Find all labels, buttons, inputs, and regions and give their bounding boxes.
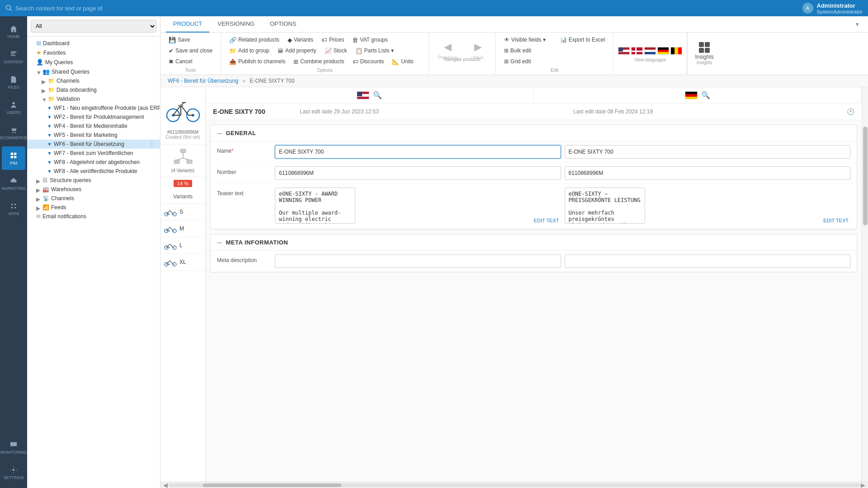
lang-search-en[interactable]: 🔍 <box>373 91 382 99</box>
breadcrumb-wf6[interactable]: WF6 - Bereit für Übersetzung <box>168 78 238 84</box>
tab-product[interactable]: PRODUCT <box>166 16 209 33</box>
variant-size-m: M <box>179 225 184 232</box>
tree-item-wf8-abgelehnt[interactable]: ▼ WF8 - Abgelehnt oder abgebrochen <box>27 158 160 167</box>
nav-marketing[interactable]: MARKETING <box>2 172 25 195</box>
prices-button[interactable]: 🏷 Prices <box>318 34 348 45</box>
tree-item-shared-queries[interactable]: ▼ 👥 Shared Queries <box>27 67 160 76</box>
flag-us[interactable] <box>618 47 630 55</box>
units-button[interactable]: 📐 Units <box>388 56 417 67</box>
visible-fields-button[interactable]: 👁 Visible fields ▾ <box>500 34 549 45</box>
nav-settings[interactable]: SETTINGS <box>2 461 25 484</box>
variants-section: Variants S <box>160 190 205 271</box>
collapse-icon[interactable]: — <box>217 131 222 136</box>
vat-groups-button[interactable]: 🗑 VAT groups <box>349 34 391 45</box>
name-input-en[interactable] <box>275 145 561 159</box>
publish-channels-button[interactable]: 📤 Publish to channels <box>226 56 289 67</box>
export-excel-button[interactable]: 📊 Export to Excel <box>557 34 609 45</box>
tree-more-menu[interactable]: ⋮ <box>147 141 156 147</box>
search-input[interactable] <box>15 5 115 12</box>
options-row3: 📤 Publish to channels ⊞ Combine products… <box>226 56 424 67</box>
teaser-input-de[interactable]: eONE-SIXTY – PREISGEKRÖNTE LEISTUNG Unse… <box>565 188 645 224</box>
flag-be[interactable] <box>670 47 682 55</box>
tree-item-wf6[interactable]: ▼ WF6 - Bereit für Übersetzung ⋮ <box>27 140 160 149</box>
tab-options[interactable]: OPTIONS <box>263 16 304 33</box>
nav-ecommerce[interactable]: ECOMMERCE <box>2 121 25 145</box>
number-input-de[interactable] <box>565 166 851 180</box>
bulk-edit-button[interactable]: ⊞ Bulk edit <box>500 45 535 56</box>
save-button[interactable]: 💾 Save <box>165 34 193 45</box>
discounts-icon: 🏷 <box>353 58 359 65</box>
variant-item-s[interactable]: S <box>160 204 205 221</box>
add-to-group-button[interactable]: 📁 Add to group <box>226 45 273 56</box>
variant-item-xl[interactable]: XL <box>160 254 205 271</box>
insights-button[interactable]: Insights Insights <box>687 33 721 75</box>
horizontal-scrollbar[interactable]: ◀ ▶ <box>160 482 868 488</box>
flag-de[interactable] <box>657 47 669 55</box>
nav-users[interactable]: USERS <box>2 96 25 119</box>
nav-files[interactable]: FILES <box>2 70 25 94</box>
chevron-right-icon: ▶ <box>36 187 41 192</box>
product-title: E-ONE SIXTY 700 <box>213 108 294 115</box>
collapse-icon-meta[interactable]: — <box>217 240 222 245</box>
edit-text-link-de[interactable]: EDIT TEXT <box>823 218 849 223</box>
tree-item-wf7[interactable]: ▼ WF7 - Bereit zum Veröffentlichen <box>27 149 160 158</box>
section-general-title: GENERAL <box>226 130 256 136</box>
tree-item-wf1[interactable]: ▼ WF1 - Neu eingetroffene Produkte (aus … <box>27 103 160 113</box>
tree-item-validation[interactable]: ▼ 📁 Validation <box>27 94 160 103</box>
tree-item-favorites[interactable]: ★ Favorites <box>27 48 160 57</box>
nav-content[interactable]: CONTENT <box>2 45 25 69</box>
tree-item-wf5[interactable]: ▼ WF5 - Bereit für Marketing <box>27 131 160 140</box>
flag-dk[interactable] <box>631 47 643 55</box>
flag-nl[interactable] <box>644 47 656 55</box>
meta-desc-input-de[interactable] <box>565 254 851 268</box>
teaser-input-en[interactable]: eONE-SIXTY - AWARD WINNING POWER Our mul… <box>275 188 355 224</box>
tab-collapse-icon[interactable]: ▾ <box>852 21 863 28</box>
next-button[interactable]: ▶ Next <box>465 45 492 56</box>
tree-item-wf8-alle[interactable]: ▼ WF8 - Alle veröffentlichte Produkte <box>27 167 160 176</box>
vertical-scrollbar[interactable] <box>862 87 868 482</box>
previous-button[interactable]: ◀ Previous <box>433 45 463 56</box>
number-inputs <box>275 166 850 180</box>
edit-text-link-en[interactable]: EDIT TEXT <box>534 218 559 223</box>
chevron-right-icon: ▶ <box>36 205 41 210</box>
cancel-button[interactable]: ✖ Cancel <box>165 56 196 67</box>
meta-desc-input-en[interactable] <box>275 254 561 268</box>
toolbar-options-group: 🔗 Related products ◆ Variants 🏷 Prices 🗑… <box>221 33 429 75</box>
related-products-button[interactable]: 🔗 Related products <box>226 34 283 45</box>
tree-item-structure-queries[interactable]: ▶ ⛓ Structure queries <box>27 176 160 185</box>
tree-item-data-onboarding[interactable]: ▶ 📁 Data onboarding <box>27 85 160 94</box>
scroll-left-button[interactable]: ◀ <box>162 482 169 488</box>
variant-item-m[interactable]: M <box>160 221 205 237</box>
combine-products-button[interactable]: ⊞ Combine products <box>290 56 348 67</box>
dashboard-icon: ⊞ <box>36 40 41 47</box>
nav-monitoring[interactable]: MONITORING <box>2 436 25 459</box>
scroll-right-button[interactable]: ▶ <box>860 482 866 488</box>
tree-item-wf4[interactable]: ▼ WF4 - Bereit für Medieninhalte <box>27 122 160 131</box>
teaser-inputs: eONE-SIXTY - AWARD WINNING POWER Our mul… <box>275 188 850 225</box>
discounts-button[interactable]: 🏷 Discounts <box>349 56 388 67</box>
tab-versioning[interactable]: VERSIONING <box>210 16 262 33</box>
tree-item-channels[interactable]: ▶ 📁 Channels <box>27 76 160 85</box>
parts-lists-button[interactable]: 📋 Parts Lists ▾ <box>352 45 397 56</box>
lang-search-de[interactable]: 🔍 <box>701 91 710 99</box>
save-close-button[interactable]: ✔ Save and close <box>165 45 216 56</box>
chevron-down-icon: ▼ <box>42 97 46 101</box>
nav-apps[interactable]: APPS <box>2 197 25 221</box>
grid-edit-button[interactable]: ⊞ Grid edit <box>500 56 534 67</box>
tree-item-dashboard[interactable]: ⊞ Dashboard <box>27 38 160 48</box>
variant-item-l[interactable]: L <box>160 237 205 254</box>
tree-item-channels-root[interactable]: ▶ 📡 Channels <box>27 194 160 203</box>
tree-item-warehouses[interactable]: ▶ 🏭 Warehouses <box>27 185 160 194</box>
tree-item-wf2[interactable]: ▼ WF2 - Bereit für Produktmanagement <box>27 113 160 122</box>
tree-filter-select[interactable]: All <box>31 20 156 33</box>
tree-item-feeds[interactable]: ▶ 📶 Feeds <box>27 203 160 212</box>
variants-button[interactable]: ◆ Variants <box>284 34 317 45</box>
add-property-button[interactable]: 🏛 Add property <box>274 45 320 56</box>
number-input-en[interactable] <box>275 166 561 180</box>
nav-pim[interactable]: PIM <box>2 146 25 170</box>
tree-item-my-queries[interactable]: 👤 My Queries <box>27 57 160 67</box>
nav-home[interactable]: HOME <box>2 20 25 43</box>
tree-item-email-notifications[interactable]: ✉ Email notifications <box>27 212 160 221</box>
stock-button[interactable]: 📈 Stock <box>321 45 351 56</box>
name-input-de[interactable] <box>565 145 851 159</box>
